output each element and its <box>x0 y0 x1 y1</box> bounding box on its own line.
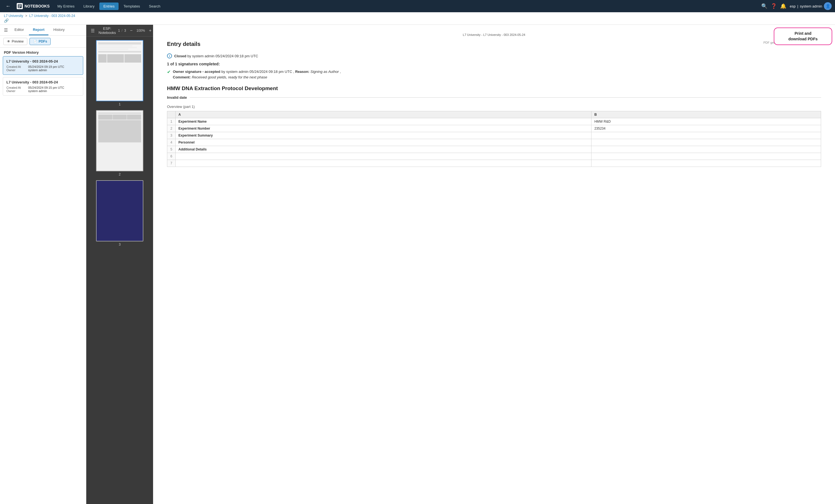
table-row: 3 Experiment Summary <box>167 132 821 139</box>
left-panel: ☰ Editor Report History 👁 Preview 📄 PDFs… <box>0 25 86 504</box>
row-label: Experiment Number <box>176 125 591 132</box>
table-header-row: A B <box>167 111 821 118</box>
pdf-thumbnails: 1 2 <box>86 37 153 504</box>
main-layout: ☰ Editor Report History 👁 Preview 📄 PDFs… <box>0 25 835 504</box>
pdf-entry-breadcrumb: L7 University - L7 University - 003 2024… <box>167 33 821 37</box>
svg-rect-1 <box>18 5 21 5</box>
created-at-label: Created At <box>6 65 26 68</box>
owner-label: Owner <box>6 89 26 92</box>
sig-comment-label: Comment: <box>173 75 192 79</box>
signatures-line: 1 of 1 signatures completed: <box>167 62 821 66</box>
tab-editor[interactable]: Editor <box>11 25 28 35</box>
thumbnail-1[interactable]: 1 <box>96 40 143 106</box>
row-value <box>591 146 821 153</box>
svg-rect-3 <box>18 7 20 7</box>
table-row: 1 Experiment Name HMW R&D <box>167 118 821 125</box>
pdf-item-title: L7 University - 003 2024-05-24 <box>6 80 80 84</box>
tabs-bar: ☰ Editor Report History <box>0 25 86 36</box>
nav-search[interactable]: Search <box>145 2 164 10</box>
pdf-page-nav: 1 / 3 <box>118 29 126 33</box>
zoom-in-button[interactable]: + <box>147 27 153 34</box>
pdfs-label: PDFs <box>39 40 47 43</box>
nav-my-entries[interactable]: My Entries <box>54 2 78 10</box>
row-label: Additional Details <box>176 146 591 153</box>
row-value: 235234 <box>591 125 821 132</box>
sig-comma: , <box>340 69 341 74</box>
total-pages: 3 <box>124 29 126 33</box>
row-value <box>591 160 821 167</box>
sig-owner: Owner <box>173 69 184 74</box>
table-row: 4 Personnel <box>167 139 821 146</box>
right-panel: View PDFhistory Print anddownload PDFs L… <box>153 25 835 504</box>
sig-accepted: signature - accepted <box>185 69 220 74</box>
col-num <box>167 111 176 118</box>
pdfs-button[interactable]: 📄 PDFs <box>29 38 51 45</box>
brand-logo: NOTEBOOKS <box>14 3 52 9</box>
tab-history[interactable]: History <box>49 25 68 35</box>
table-row: 6 <box>167 153 821 160</box>
preview-button[interactable]: 👁 Preview <box>3 38 27 45</box>
preview-label: Preview <box>12 40 24 43</box>
nav-library[interactable]: Library <box>80 2 99 10</box>
pdf-item-meta-created: Created At 05/24/2024 09:19 pm UTC <box>6 65 80 68</box>
sig-by: by system admin 05/24/2024 09:18 pm UTC <box>221 69 292 74</box>
brand-name: NOTEBOOKS <box>24 4 49 8</box>
sig-text: Owner signature - accepted by system adm… <box>173 69 341 80</box>
breadcrumb: L7 University > L7 University - 003 2024… <box>0 12 835 25</box>
center-panel: ☰ ESP: Notebooks 1 / 3 − 100% + ⛶ ↻ ⇩ 🖨 … <box>86 25 153 504</box>
row-num: 7 <box>167 160 176 167</box>
nav-templates[interactable]: Templates <box>120 2 144 10</box>
pdf-item-title: L7 University - 003 2024-05-24 <box>6 59 80 63</box>
breadcrumb-separator: > <box>25 14 27 18</box>
user-separator: | <box>797 4 798 8</box>
table-row: 2 Experiment Number 235234 <box>167 125 821 132</box>
viewer-menu-button[interactable]: ☰ <box>89 27 96 34</box>
created-at-value: 05/24/2024 09:19 pm UTC <box>28 65 64 68</box>
pdf-generated-label: PDF generated 05/24/2024 09:18 pm UTC <box>763 41 821 44</box>
hamburger-button[interactable]: ☰ <box>2 26 9 35</box>
pdf-item[interactable]: L7 University - 003 2024-05-24 Created A… <box>3 77 83 96</box>
status-rest: by system admin 05/24/2024 09:18 pm UTC <box>187 54 258 58</box>
thumbnail-3[interactable]: 3 <box>96 180 143 247</box>
breadcrumb-l7-university[interactable]: L7 University <box>4 14 23 18</box>
row-num: 2 <box>167 125 176 132</box>
pdf-item-meta-created: Created At 05/24/2024 09:15 pm UTC <box>6 86 80 89</box>
search-icon[interactable]: 🔍 <box>761 3 767 9</box>
row-value: HMW R&D <box>591 118 821 125</box>
avatar[interactable]: 👤 <box>824 2 832 10</box>
owner-label: Owner <box>6 68 26 72</box>
tab-report[interactable]: Report <box>29 25 48 35</box>
pdf-viewer-title: ESP: Notebooks <box>99 26 116 35</box>
breadcrumb-entry[interactable]: L7 University - 003 2024-05-24 <box>29 14 75 18</box>
row-label <box>176 153 591 160</box>
thumb-img-3 <box>96 180 143 241</box>
row-num: 5 <box>167 146 176 153</box>
thumb-img-1 <box>96 40 143 101</box>
pdf-item[interactable]: L7 University - 003 2024-05-24 Created A… <box>3 56 83 75</box>
sig-comment: Received good yields, ready for the next… <box>192 75 267 79</box>
pdf-list: L7 University - 003 2024-05-24 Created A… <box>0 56 86 504</box>
status-closed: Closed <box>174 54 186 58</box>
thumb-inner-1 <box>97 41 143 101</box>
thumb-inner-2 <box>97 111 143 171</box>
zoom-out-button[interactable]: − <box>128 27 134 34</box>
thumb-num-2: 2 <box>119 172 121 176</box>
invalid-date-line <box>190 97 821 98</box>
pdf-icon: 📄 <box>33 40 37 43</box>
overview-title: Overview (part 1) <box>167 105 821 109</box>
row-label: Experiment Name <box>176 118 591 125</box>
page-separator: / <box>122 29 122 33</box>
owner-value: system admin <box>28 89 47 92</box>
row-num: 6 <box>167 153 176 160</box>
col-b: B <box>591 111 821 118</box>
thumbnail-2[interactable]: 2 <box>96 110 143 176</box>
nav-entries[interactable]: Entries <box>99 2 118 10</box>
signature-item: ✔ Owner signature - accepted by system a… <box>167 69 821 80</box>
created-at-value: 05/24/2024 09:15 pm UTC <box>28 86 64 89</box>
help-icon[interactable]: ❓ <box>771 3 777 9</box>
notification-icon[interactable]: 🔔 <box>780 3 786 9</box>
check-icon: ✔ <box>167 69 170 75</box>
back-button[interactable]: ← <box>3 2 13 10</box>
section-title: Entry details <box>167 41 200 47</box>
entry-heading: HMW DNA Extraction Protocol Development <box>167 85 821 91</box>
